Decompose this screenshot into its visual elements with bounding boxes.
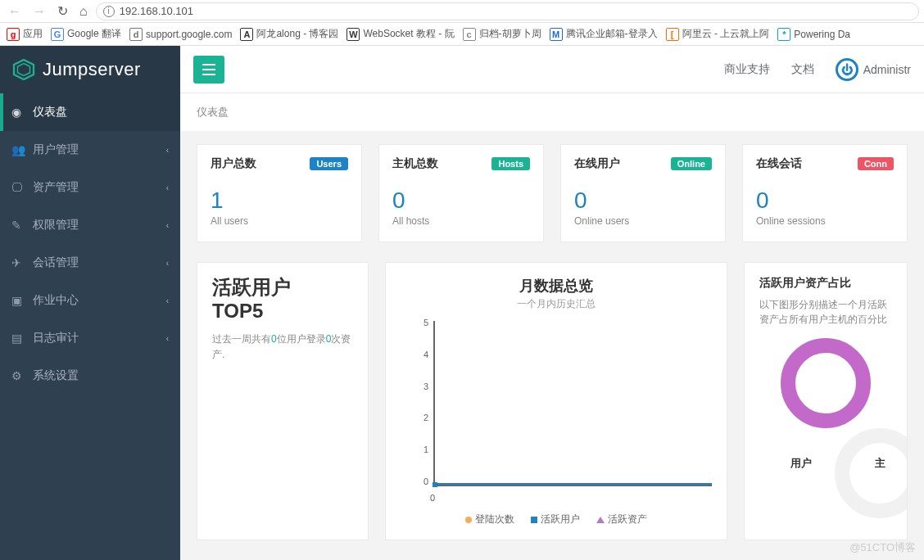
panel-row: 活跃用户 TOP5 过去一周共有0位用户登录0次资产. 月数据总览 一个月内历史…	[197, 262, 908, 540]
chart-legend: 登陆次数 活跃用户 活跃资产	[401, 513, 712, 526]
top5-desc: 过去一周共有0位用户登录0次资产.	[212, 332, 353, 363]
sidebar-item-2[interactable]: 🖵资产管理‹	[0, 169, 180, 206]
bookmark-icon: d	[129, 28, 143, 41]
brand-text: Jumpserver	[43, 59, 141, 80]
stat-card-conn: 在线会话Conn0Online sessions	[742, 144, 908, 242]
chart-subtitle: 一个月内历史汇总	[401, 297, 712, 311]
chart-y-tick: 4	[417, 350, 428, 359]
nav-label: 用户管理	[33, 142, 79, 157]
panel-top5: 活跃用户 TOP5 过去一周共有0位用户登录0次资产.	[197, 262, 369, 540]
svg-rect-4	[202, 74, 215, 75]
chart-title: 月数据总览	[401, 276, 712, 296]
bookmark-label: 阿龙along - 博客园	[256, 27, 338, 41]
legend-item-active-assets[interactable]: 活跃资产	[596, 513, 647, 526]
menu-toggle-button[interactable]	[193, 56, 224, 84]
stat-sub: Online users	[574, 215, 712, 227]
dot-icon	[465, 517, 472, 523]
chevron-left-icon: ‹	[166, 221, 169, 230]
stat-value: 1	[211, 187, 348, 214]
sidebar-item-4[interactable]: ✈会话管理‹	[0, 244, 180, 282]
breadcrumb: 仪表盘	[180, 93, 924, 131]
bookmark-item[interactable]: GGoogle 翻译	[51, 27, 121, 41]
bookmark-item[interactable]: dsupport.google.com	[129, 28, 232, 41]
chart-plot	[433, 321, 712, 486]
stat-badge: Users	[310, 157, 348, 170]
stat-card-users: 用户总数Users1All users	[197, 144, 362, 242]
bookmark-icon: G	[51, 28, 64, 41]
chart-y-tick: 2	[417, 413, 428, 422]
nav-label: 会话管理	[33, 255, 79, 270]
user-menu[interactable]: ⏻ Administr	[836, 58, 911, 81]
nav-label: 资产管理	[33, 180, 79, 195]
bookmark-item[interactable]: [阿里云 - 上云就上阿	[666, 27, 770, 41]
stat-sub: Online sessions	[756, 215, 894, 227]
browser-url-text: 192.168.10.101	[120, 5, 193, 17]
bookmark-icon: W	[346, 28, 360, 41]
bookmark-label: 归档-胡萝卜周	[479, 27, 541, 41]
sidebar-nav: ◉仪表盘👥用户管理‹🖵资产管理‹✎权限管理‹✈会话管理‹▣作业中心‹▤日志审计‹…	[0, 93, 180, 395]
nav-icon: ✎	[11, 219, 26, 232]
nav-icon: ▣	[11, 294, 26, 307]
nav-icon: ⚙	[11, 369, 26, 382]
stat-card-online: 在线用户Online0Online users	[560, 144, 726, 242]
chart-x-tick-0: 0	[430, 493, 435, 503]
browser-home-icon[interactable]: ⌂	[76, 4, 91, 19]
sidebar-item-6[interactable]: ▤日志审计‹	[0, 319, 180, 357]
content: 用户总数Users1All users主机总数Hosts0All hosts在线…	[180, 131, 924, 553]
bookmark-label: 腾讯企业邮箱-登录入	[566, 27, 658, 41]
browser-forward-icon[interactable]: →	[29, 4, 49, 19]
sidebar-item-0[interactable]: ◉仪表盘	[0, 93, 180, 131]
browser-back-icon[interactable]: ←	[5, 4, 25, 19]
sidebar-item-5[interactable]: ▣作业中心‹	[0, 282, 180, 319]
nav-icon: ◉	[11, 106, 26, 119]
sidebar-item-7[interactable]: ⚙系统设置	[0, 357, 180, 395]
topbar-link-docs[interactable]: 文档	[791, 62, 814, 77]
topbar-link-support[interactable]: 商业支持	[724, 62, 770, 77]
donut-caption-users: 用户	[790, 456, 812, 471]
bookmark-label: Google 翻译	[67, 27, 121, 41]
nav-label: 系统设置	[33, 368, 79, 383]
chevron-left-icon: ‹	[166, 146, 169, 155]
stat-sub: All hosts	[392, 215, 530, 227]
browser-reload-icon[interactable]: ↻	[54, 3, 71, 19]
chart-y-tick: 5	[417, 318, 428, 327]
legend-label: 登陆次数	[475, 513, 514, 525]
donut-chart-users	[781, 338, 871, 428]
stat-value: 0	[756, 187, 894, 214]
chart-area: 543210 0	[417, 318, 712, 506]
bookmark-label: 阿里云 - 上云就上阿	[682, 27, 770, 41]
stat-title: 用户总数	[211, 156, 256, 171]
nav-icon: 🖵	[11, 181, 26, 194]
bookmark-item[interactable]: A阿龙along - 博客园	[240, 27, 338, 41]
brand-logo[interactable]: Jumpserver	[0, 46, 180, 93]
stat-title: 在线用户	[574, 156, 620, 171]
sidebar-item-3[interactable]: ✎权限管理‹	[0, 206, 180, 244]
watermark: @51CTO博客	[849, 540, 916, 555]
stat-row: 用户总数Users1All users主机总数Hosts0All hosts在线…	[197, 144, 908, 242]
bookmark-label: Powering Da	[794, 29, 850, 40]
svg-rect-3	[202, 69, 215, 70]
legend-label: 活跃资产	[608, 513, 647, 525]
bookmark-item[interactable]: *Powering Da	[777, 28, 850, 41]
top5-title-line1: 活跃用户	[212, 276, 353, 300]
legend-item-active-users[interactable]: 活跃用户	[531, 513, 580, 526]
top5-desc-users: 0	[271, 333, 277, 345]
bookmark-icon: M	[550, 28, 563, 41]
legend-label: 活跃用户	[541, 513, 580, 525]
bookmark-label: WebSocket 教程 - 阮	[363, 27, 454, 41]
stat-badge: Conn	[858, 157, 894, 170]
user-name: Administr	[863, 63, 911, 76]
bookmark-icon: c	[463, 28, 476, 41]
nav-label: 仪表盘	[33, 105, 67, 120]
browser-url-bar[interactable]: i 192.168.10.101	[96, 2, 919, 20]
browser-toolbar: ← → ↻ ⌂ i 192.168.10.101	[0, 0, 924, 23]
stat-card-hosts: 主机总数Hosts0All hosts	[378, 144, 544, 242]
legend-item-logins[interactable]: 登陆次数	[465, 513, 514, 526]
bookmark-item[interactable]: g应用	[7, 27, 43, 41]
power-icon: ⏻	[836, 58, 858, 81]
bookmark-icon: [	[666, 28, 679, 41]
bookmark-item[interactable]: c归档-胡萝卜周	[463, 27, 541, 41]
bookmark-item[interactable]: WWebSocket 教程 - 阮	[346, 27, 454, 41]
sidebar-item-1[interactable]: 👥用户管理‹	[0, 131, 180, 169]
bookmark-item[interactable]: M腾讯企业邮箱-登录入	[550, 27, 658, 41]
